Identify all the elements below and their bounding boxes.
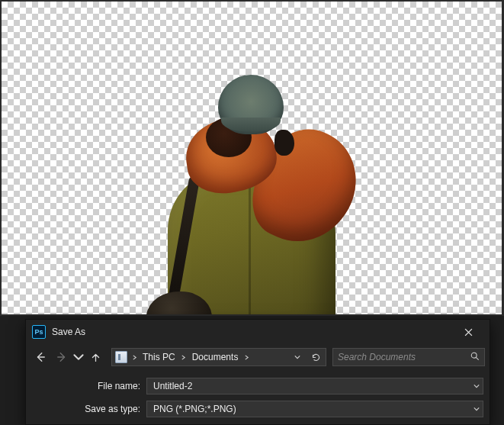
breadcrumb-history-button[interactable]: [289, 349, 306, 365]
filename-combo[interactable]: Untitled-2: [146, 378, 483, 394]
photoshop-icon: Ps: [32, 325, 46, 339]
chevron-down-icon: [294, 354, 300, 360]
search-input[interactable]: [338, 352, 470, 362]
search-box[interactable]: [332, 348, 485, 366]
close-button[interactable]: [451, 320, 485, 343]
filename-value[interactable]: Untitled-2: [153, 381, 474, 391]
chevron-down-icon[interactable]: [474, 404, 480, 414]
filename-label: File name:: [26, 381, 140, 391]
forward-button[interactable]: [52, 347, 72, 367]
save-as-dialog: Ps Save As This PC Documents: [25, 319, 490, 425]
chevron-down-icon: [73, 352, 84, 362]
transparency-canvas[interactable]: [2, 2, 502, 314]
image-subject: [152, 63, 351, 314]
refresh-icon: [311, 353, 321, 362]
filetype-row: Save as type: PNG (*.PNG;*.PNG): [26, 399, 490, 419]
dialog-titlebar: Ps Save As: [26, 320, 490, 344]
arrow-left-icon: [35, 352, 46, 362]
filetype-label: Save as type:: [26, 404, 140, 414]
filename-row: File name: Untitled-2: [26, 376, 490, 396]
up-button[interactable]: [85, 347, 105, 367]
breadcrumb-bar[interactable]: This PC Documents: [111, 348, 326, 366]
dialog-title: Save As: [52, 327, 451, 337]
breadcrumb-documents[interactable]: Documents: [189, 352, 242, 362]
chevron-right-icon[interactable]: [242, 352, 250, 362]
back-button[interactable]: [30, 347, 50, 367]
filetype-combo[interactable]: PNG (*.PNG;*.PNG): [146, 401, 483, 417]
recent-locations-button[interactable]: [73, 347, 84, 367]
chevron-right-icon[interactable]: [130, 352, 138, 362]
arrow-right-icon: [56, 352, 67, 362]
search-icon[interactable]: [470, 351, 480, 363]
this-pc-icon: [115, 351, 127, 363]
arrow-up-icon: [91, 353, 101, 362]
close-icon: [464, 328, 473, 336]
chevron-down-icon[interactable]: [474, 381, 480, 391]
svg-line-3: [476, 357, 478, 359]
refresh-button[interactable]: [307, 349, 324, 365]
nav-toolbar: This PC Documents: [26, 344, 490, 370]
breadcrumb-this-pc[interactable]: This PC: [140, 352, 178, 362]
filetype-value: PNG (*.PNG;*.PNG): [153, 404, 474, 414]
editor-canvas-area: [0, 0, 504, 316]
chevron-right-icon[interactable]: [180, 352, 188, 362]
save-form: File name: Untitled-2 Save as type: PNG …: [26, 370, 490, 419]
